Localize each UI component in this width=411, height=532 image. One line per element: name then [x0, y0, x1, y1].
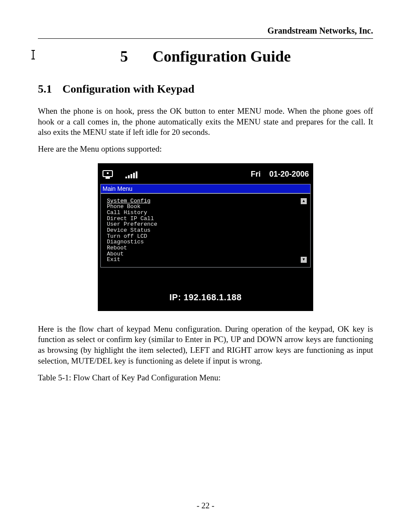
document-page: Grandstream Networks, Inc. 5 Configurati… [0, 0, 411, 532]
paragraph: When the phone is on hook, press the OK … [38, 106, 373, 138]
svg-rect-1 [106, 177, 110, 179]
scrollbar[interactable]: ▲ ▼ [301, 198, 307, 263]
status-date: 01-20-2006 [269, 170, 309, 179]
status-day: Fri [251, 170, 261, 179]
menu-item-direct-ip-call[interactable]: Direct IP Call [107, 216, 301, 222]
menu-item-phone-book[interactable]: Phone Book [107, 204, 301, 210]
text-cursor-icon [33, 50, 34, 59]
section-heading: 5.1 Configuration with Keypad [38, 83, 373, 96]
signal-icon [125, 171, 137, 178]
table-caption: Table 5-1: Flow Chart of Key Pad Configu… [38, 373, 373, 383]
menu-list-box: System Config Phone Book Call History Di… [100, 193, 311, 268]
status-left [102, 169, 137, 180]
menu-item-call-history[interactable]: Call History [107, 210, 301, 216]
lcd-screenshot: Fri 01-20-2006 Main Menu System Config P… [38, 163, 373, 311]
scroll-up-icon[interactable]: ▲ [301, 198, 307, 204]
menu-item-about[interactable]: About [107, 251, 301, 257]
header-rule [38, 38, 373, 39]
menu-item-exit[interactable]: Exit [107, 257, 301, 263]
page-number: - 22 - [0, 501, 411, 510]
menu-item-diagnostics[interactable]: Diagnostics [107, 239, 301, 245]
menu-item-system-config[interactable]: System Config [107, 198, 301, 204]
chapter-heading: 5 Configuration Guide [38, 47, 373, 65]
menu-item-turn-off-lcd[interactable]: Turn off LCD [107, 233, 301, 240]
company-name: Grandstream Networks, Inc. [38, 26, 373, 36]
menu-title-bar: Main Menu [100, 184, 311, 193]
paragraph: Here are the Menu options supported: [38, 144, 373, 155]
menu-item-user-preference[interactable]: User Preference [107, 221, 301, 227]
lcd-spacer [100, 268, 311, 288]
scroll-down-icon[interactable]: ▼ [301, 257, 307, 263]
phone-lcd: Fri 01-20-2006 Main Menu System Config P… [98, 163, 313, 311]
chapter-number: 5 [120, 47, 128, 65]
status-right: Fri 01-20-2006 [251, 170, 309, 179]
menu-item-device-status[interactable]: Device Status [107, 227, 301, 233]
section-number: 5.1 [38, 83, 52, 96]
chapter-title-text: Configuration Guide [153, 48, 291, 65]
section-title-text: Configuration with Keypad [62, 83, 194, 95]
phone-icon [102, 169, 114, 180]
paragraph: Here is the flow chart of keypad Menu co… [38, 324, 373, 367]
lcd-status-bar: Fri 01-20-2006 [100, 166, 311, 184]
menu-item-reboot[interactable]: Reboot [107, 245, 301, 251]
svg-rect-2 [107, 172, 109, 174]
ip-address-label: IP: 192.168.1.188 [100, 288, 311, 308]
menu-item-list: System Config Phone Book Call History Di… [107, 198, 301, 263]
